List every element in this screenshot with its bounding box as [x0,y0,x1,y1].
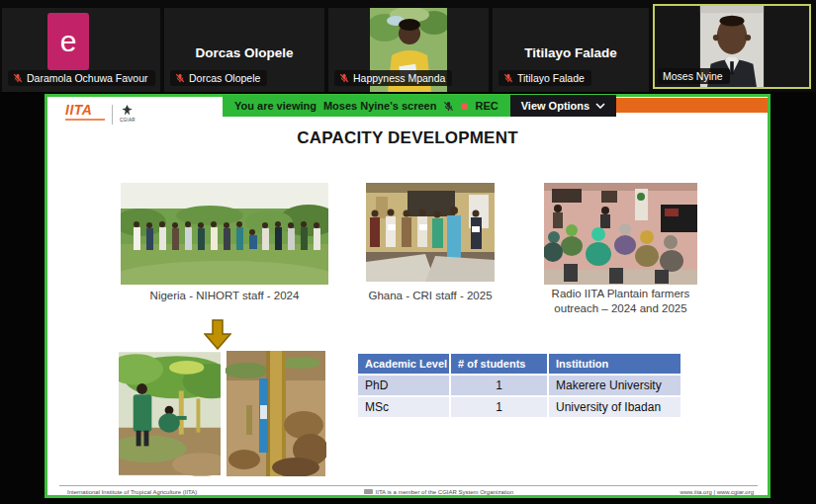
table-cell-level: PhD [358,376,449,395]
participants-strip: e Daramola Ochuwa Favour Dorcas Olopele [0,0,816,92]
participant-center-name: Dorcas Olopele [164,45,324,60]
footer-divider [59,485,758,486]
iita-logo-text: IITA [65,104,105,117]
cgiar-crest-icon [121,104,134,118]
recording-dot [461,103,468,110]
participant-tile-dorcas[interactable]: Dorcas Olopele Dorcas Olopele [164,8,324,92]
participant-tile-happyness[interactable]: Happyness Mpanda [328,8,489,92]
footer-center-text: IITA is a member of the CGIAR System Org… [376,489,514,495]
footer-left-text: International Institute of Tropical Agri… [67,489,197,495]
cgiar-mini-logo [364,489,373,494]
photo-radio-outreach [544,183,697,285]
logo-divider [112,105,113,125]
mic-muted-icon [175,73,185,83]
participant-tile-titilayo[interactable]: Titilayo Falade Titilayo Falade [493,8,649,92]
recording-label: REC [475,100,498,112]
participant-name-label: Titilayo Falade [499,70,591,86]
presentation-slide: IITA CGIAR CAPACITY DEVELOPMENT [47,97,768,495]
footer-right-text: www.iita.org | www.cgiar.org [680,489,754,495]
table-cell-institution: Makerere University [549,376,680,395]
photo-caption-nigeria: Nigeria - NIHORT staff - 2024 [121,289,328,303]
participant-tile-daramola[interactable]: e Daramola Ochuwa Favour [2,8,160,92]
photo-nigeria-nihort-group [121,183,328,285]
photo-ghana-cri-group [366,183,495,282]
photo-caption-radio: Radio IITA Plantain farmers outreach – 2… [534,287,707,316]
mic-muted-icon [339,73,349,83]
viewing-banner-text: You are viewing Moses Nyine's screen REC [223,95,510,117]
students-table: Academic Level # of students Institution… [358,354,680,417]
down-arrow [204,319,231,354]
table-cell-level: MSc [358,397,449,417]
zoom-meeting-window: e Daramola Ochuwa Favour Dorcas Olopele [0,0,816,504]
view-options-button[interactable]: View Options [510,95,616,117]
table-header-num-students: # of students [451,354,547,374]
slide-footer: International Institute of Tropical Agri… [59,487,758,495]
photo-field-inspection [119,351,221,476]
mic-muted-icon [13,73,23,83]
participant-name-label: Happyness Mpanda [334,70,452,86]
participant-tile-moses-active[interactable]: Moses Nyine [653,4,811,89]
table-header-institution: Institution [549,354,680,374]
mic-muted-icon [443,101,454,112]
chevron-down-icon [595,103,605,109]
table-header-academic-level: Academic Level [358,354,449,374]
participant-name-label: Dorcas Olopele [170,70,267,86]
table-cell-count: 1 [451,397,547,417]
table-cell-count: 1 [451,376,547,395]
photo-caption-ghana: Ghana - CRI staff - 2025 [336,289,524,303]
avatar: e [47,13,89,70]
iita-logo-tagline [65,119,105,121]
participant-center-name: Titilayo Falade [493,45,649,60]
cgiar-logo-text: CGIAR [120,118,136,123]
participant-name-label: Daramola Ochuwa Favour [8,70,155,86]
slide-title: CAPACITY DEVELOPMENT [47,128,768,148]
table-cell-institution: University of Ibadan [549,397,680,417]
mic-muted-icon [503,73,513,83]
photo-tagged-stem [226,351,326,476]
screen-share-area: IITA CGIAR CAPACITY DEVELOPMENT [45,94,771,498]
photo-field-work-pair [119,351,326,476]
viewing-banner: You are viewing Moses Nyine's screen REC… [223,95,616,117]
iita-cgiar-logo: IITA CGIAR [65,104,136,125]
participant-name-label: Moses Nyine [658,68,730,84]
